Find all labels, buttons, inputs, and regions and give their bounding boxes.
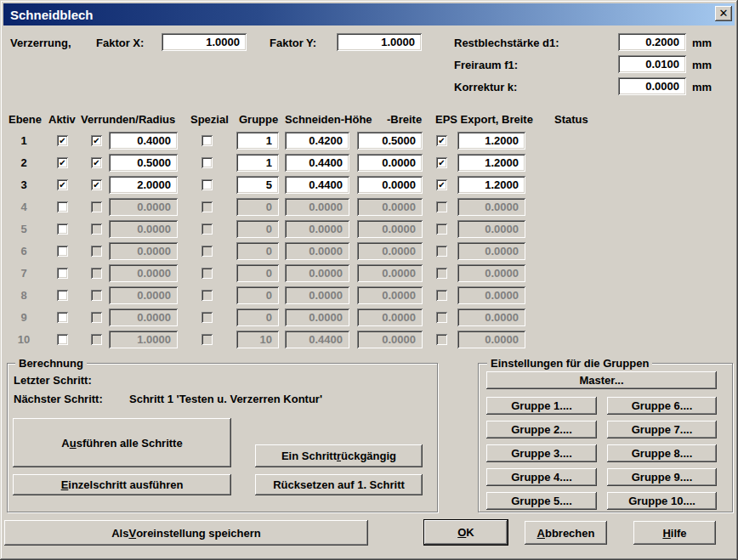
master-button[interactable]: Master... [486,371,717,389]
faktor-x-input[interactable] [162,33,247,51]
undo-step-button[interactable]: Ein Schritt rückgängig [255,444,423,467]
reset-to-first-step-button[interactable]: Rücksetzen auf 1. Schritt [255,474,423,495]
verrunden-checkbox [91,223,102,235]
gruppe-input[interactable] [236,176,279,194]
eps-export-checkbox[interactable]: ✔ [436,179,447,190]
gruppe-input[interactable] [236,132,279,150]
row-number: 8 [9,286,39,304]
titlebar[interactable]: Schneidblech [3,3,735,25]
schneiden-hoehe-input[interactable] [285,176,349,194]
gruppe-9-button[interactable]: Gruppe 9.... [607,468,717,486]
gruppe-10-button[interactable]: Gruppe 10.... [607,492,717,510]
verrunden-checkbox[interactable]: ✔ [91,135,102,146]
korrektur-input[interactable] [618,77,686,95]
gruppe-3-button[interactable]: Gruppe 3.... [486,444,597,462]
radius-input[interactable] [109,176,178,194]
table-row: 2✔✔✔ [0,154,738,172]
schneiden-breite-input [357,198,423,216]
verrunden-checkbox[interactable]: ✔ [91,179,102,190]
radius-input[interactable] [109,132,178,150]
aktiv-checkbox[interactable] [57,312,68,323]
aktiv-checkbox[interactable] [57,201,68,212]
spezial-checkbox[interactable] [202,135,213,146]
gruppe-6-button[interactable]: Gruppe 6.... [607,397,717,415]
radius-input[interactable] [109,154,178,172]
eps-export-checkbox [436,246,447,257]
restblechstaerke-label: Restblechstärke d1: [454,37,559,49]
eps-breite-input [457,242,525,260]
row-number: 3 [9,176,39,194]
verrunden-checkbox [91,312,102,323]
eps-export-checkbox [436,201,447,212]
aktiv-checkbox[interactable]: ✔ [57,157,68,168]
header-spezial: Spezial [190,113,229,126]
close-button[interactable]: ✕ [715,6,732,21]
table-row: 9 [0,308,738,326]
schneiden-breite-input [357,220,423,238]
eps-export-checkbox[interactable]: ✔ [436,135,447,146]
eps-breite-input [457,286,525,304]
schneiden-breite-input [357,286,423,304]
eps-export-checkbox[interactable]: ✔ [436,157,447,168]
row-number: 4 [9,198,39,216]
ok-button[interactable]: OK [423,519,508,546]
help-button[interactable]: Hilfe [633,521,716,545]
spezial-checkbox [202,223,213,235]
verrunden-checkbox [91,201,102,212]
restblechstaerke-unit: mm [692,37,712,49]
row-number: 7 [9,264,39,282]
aktiv-checkbox[interactable]: ✔ [57,179,68,190]
aktiv-checkbox[interactable] [57,290,68,301]
freiraum-input[interactable] [618,55,686,73]
faktor-y-label: Faktor Y: [270,37,316,49]
aktiv-checkbox[interactable] [57,223,68,235]
radius-input [109,286,178,304]
freiraum-label: Freiraum f1: [454,59,518,71]
schneiden-breite-input[interactable] [357,154,423,172]
naechster-schritt-label: Nächster Schritt: [14,393,103,405]
cancel-button[interactable]: Abbrechen [525,521,607,545]
window-title: Schneidblech [10,8,94,22]
gruppe-input [236,308,279,326]
aktiv-checkbox[interactable] [57,334,68,345]
eps-breite-input[interactable] [457,176,525,194]
restblechstaerke-input[interactable] [618,33,686,51]
gruppe-4-button[interactable]: Gruppe 4.... [486,468,597,486]
gruppe-input [236,242,279,260]
check-icon: ✔ [438,157,445,168]
spezial-checkbox [202,201,213,212]
faktor-y-input[interactable] [337,33,422,51]
gruppe-5-button[interactable]: Gruppe 5.... [486,492,597,510]
schneiden-breite-input[interactable] [357,176,423,194]
faktor-x-label: Faktor X: [96,37,144,49]
aktiv-checkbox[interactable]: ✔ [57,135,68,146]
eps-breite-input[interactable] [457,132,525,150]
gruppe-1-button[interactable]: Gruppe 1.... [486,397,597,415]
spezial-checkbox[interactable] [202,179,213,190]
save-preset-button[interactable]: Als Voreinstellung speichern [4,520,368,546]
verrunden-checkbox [91,246,102,257]
single-step-button[interactable]: Einzelschritt ausführen [13,474,231,495]
eps-export-checkbox [436,290,447,301]
radius-input [109,264,178,282]
schneiden-breite-input[interactable] [357,132,423,150]
spezial-checkbox [202,312,213,323]
check-icon: ✔ [93,135,99,146]
aktiv-checkbox[interactable] [57,246,68,257]
schneiden-hoehe-input[interactable] [285,154,349,172]
gruppe-8-button[interactable]: Gruppe 8.... [607,444,717,462]
schneiden-hoehe-input[interactable] [285,132,349,150]
spezial-checkbox[interactable] [202,157,213,168]
check-icon: ✔ [59,135,65,146]
aktiv-checkbox[interactable] [57,268,68,279]
eps-breite-input[interactable] [457,154,525,172]
run-all-steps-button[interactable]: Ausführen alle Schritte [13,418,231,467]
check-icon: ✔ [93,157,99,168]
gruppe-input[interactable] [236,154,279,172]
gruppe-2-button[interactable]: Gruppe 2.... [486,421,597,438]
header-ebene: Ebene [9,113,42,126]
table-row: 6 [0,242,738,260]
verrunden-checkbox[interactable]: ✔ [91,157,102,168]
table-row: 8 [0,286,738,304]
gruppe-7-button[interactable]: Gruppe 7.... [607,421,717,438]
